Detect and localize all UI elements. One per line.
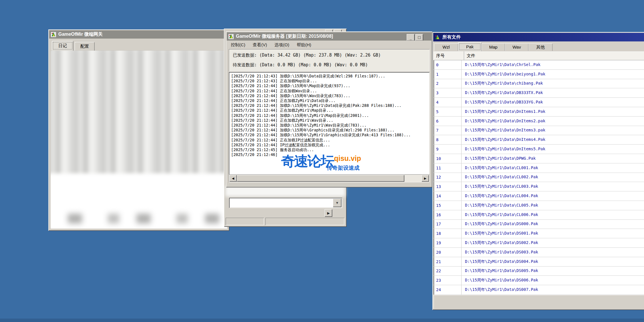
file-table: 序号 文件 0D:\15周年\ZyMir1\Data\ChrSel.Pak1D:… xyxy=(434,51,644,295)
tab-config[interactable]: 配置 xyxy=(75,42,95,51)
table-row[interactable]: 0D:\15周年\ZyMir1\Data\ChrSel.Pak xyxy=(434,60,644,70)
column-header-file[interactable]: 文件 xyxy=(464,51,644,60)
row-file-path: D:\15周年\ZyMir1\Data\DS006.Pak xyxy=(462,278,538,283)
app-icon xyxy=(51,32,56,37)
table-row[interactable]: 14D:\15周年\ZyMir1\Data\CL004.Pak xyxy=(434,191,644,201)
minimize-button[interactable]: _ xyxy=(407,34,415,41)
table-row[interactable]: 22D:\15周年\ZyMir1\Data\DS005.Pak xyxy=(434,267,644,276)
app-icon xyxy=(435,34,440,40)
pending-data-stat: 待发送数据: (Data: 0.0 MB) (Map: 0.0 MB) (Wav… xyxy=(233,62,368,68)
files-titlebar[interactable]: 所有文件 xyxy=(433,33,644,41)
row-index: 1 xyxy=(434,70,462,79)
table-row[interactable]: 24D:\15周年\ZyMir1\Data\DS007.Pak xyxy=(434,285,644,295)
status-cell-right xyxy=(265,218,344,225)
files-window: 所有文件 Wzl Pak Map Wav 其他 序号 文件 0D:\15周年\Z… xyxy=(432,32,644,310)
menubar: 控制(C) 查看(V) 选项(O) 帮助(H) xyxy=(227,41,431,49)
table-row[interactable]: 7D:\15周年\ZyMir1\Data\DnItems3.pak xyxy=(434,126,644,135)
column-header-index[interactable]: 序号 xyxy=(434,51,464,60)
tab-map[interactable]: Map xyxy=(482,43,505,51)
row-file-path: D:\15周年\ZyMir1\Data\DB333YG.Pak xyxy=(462,100,543,105)
log-line: [2025/7/20 21:12:44] 正在加载Wav目录... xyxy=(231,89,430,93)
row-index: 21 xyxy=(434,257,462,266)
row-index: 22 xyxy=(434,267,462,276)
row-index: 13 xyxy=(434,182,462,191)
menu-control[interactable]: 控制(C) xyxy=(227,41,249,48)
tab-wzl[interactable]: Wzl xyxy=(434,43,458,51)
table-row[interactable]: 23D:\15周年\ZyMir1\Data\DS006.Pak xyxy=(434,276,644,285)
log-line: [2025/7/20 21:12:44] 正在加载IP过滤配置信息... xyxy=(231,138,430,143)
table-header: 序号 文件 xyxy=(434,51,644,60)
log-line: [2025/7/20 21:12:44] 加载D:\15周年\ZyMir1\Ma… xyxy=(231,113,430,118)
menu-options[interactable]: 选项(O) xyxy=(271,41,293,48)
table-row[interactable]: 2D:\15周年\ZyMir1\Data\chibang.Pak xyxy=(434,79,644,89)
table-row[interactable]: 21D:\15周年\ZyMir1\Data\DS004.Pak xyxy=(434,257,644,267)
forward-arrow-button[interactable]: ▶ xyxy=(325,209,332,217)
table-row[interactable]: 6D:\15周年\ZyMir1\Data\DnItems2.pak xyxy=(434,117,644,126)
row-index: 12 xyxy=(434,173,462,182)
server-log: [2025/7/20 21:12:43] 加载D:\15周年\Data目录完成(… xyxy=(229,72,430,175)
tab-diary[interactable]: 日记 xyxy=(52,41,73,51)
table-row[interactable]: 9D:\15周年\ZyMir1\Data\DnItems5.Pak xyxy=(434,145,644,154)
files-window-footer xyxy=(434,295,644,309)
traffic-stats-panel: 已发送数据: (Data: 34.42 GB) (Map: 237.8 MB) … xyxy=(229,49,430,71)
row-index: 15 xyxy=(434,201,462,210)
table-row[interactable]: 11D:\15周年\ZyMir1\Data\CL001.Pak xyxy=(434,163,644,173)
table-row[interactable]: 20D:\15周年\ZyMir1\Data\DS003.Pak xyxy=(434,248,644,257)
row-file-path: D:\15周年\ZyMir1\Data\DnItems3.pak xyxy=(462,128,545,133)
table-row[interactable]: 10D:\15周年\ZyMir1\Data\DPWG.Pak xyxy=(434,154,644,163)
log-line: [2025/7/20 21:12:44] IP过滤配置信息加载完成... xyxy=(231,143,430,147)
table-row[interactable]: 17D:\15周年\ZyMir1\Data\DS000.Pak xyxy=(434,220,644,229)
row-file-path: D:\15周年\ZyMir1\Data\CL003.Pak xyxy=(462,184,538,189)
row-index: 11 xyxy=(434,163,462,173)
log-line: [2025/7/20 21:12:44] 加载D:\15周年\ZyMir1\Da… xyxy=(231,103,430,108)
row-index: 4 xyxy=(434,98,462,107)
scrollbar-thumb[interactable] xyxy=(237,175,404,182)
row-file-path: D:\15周年\ZyMir1\Data\CL006.Pak xyxy=(462,212,538,217)
log-horizontal-scrollbar[interactable]: ◀ ▶ xyxy=(229,174,430,182)
row-index: 19 xyxy=(434,238,462,247)
row-file-path: D:\15周年\ZyMir1\Data\ChrSel.Pak xyxy=(462,62,540,67)
row-file-path: D:\15周年\ZyMir1\Data\CL004.Pak xyxy=(462,193,538,199)
blurred-log-content xyxy=(51,51,227,176)
row-index: 18 xyxy=(434,229,462,238)
menu-view[interactable]: 查看(V) xyxy=(249,41,271,48)
row-index: 6 xyxy=(434,117,462,126)
tab-other[interactable]: 其他 xyxy=(528,43,552,51)
table-row[interactable]: 4D:\15周年\ZyMir1\Data\DB333YG.Pak xyxy=(434,98,644,107)
row-index: 5 xyxy=(434,107,462,116)
table-row[interactable]: 12D:\15周年\ZyMir1\Data\CL002.Pak xyxy=(434,173,644,182)
row-index: 2 xyxy=(434,79,462,88)
row-file-path: D:\15周年\ZyMir1\Data\DS005.Pak xyxy=(462,268,538,273)
scroll-left-icon[interactable]: ◀ xyxy=(229,175,237,182)
table-row[interactable]: 16D:\15周年\ZyMir1\Data\CL006.Pak xyxy=(434,210,644,220)
table-row[interactable]: 1D:\15周年\ZyMir1\Data\beiyong1.Pak xyxy=(434,70,644,79)
table-row[interactable]: 15D:\15周年\ZyMir1\Data\CL005.Pak xyxy=(434,201,644,210)
row-index: 8 xyxy=(434,135,462,144)
table-row[interactable]: 3D:\15周年\ZyMir1\Data\DB333TX.Pak xyxy=(434,88,644,98)
row-file-path: D:\15周年\ZyMir1\Data\DS002.Pak xyxy=(462,240,538,245)
desktop: GameOfMir 微端网关 日记 配置 ▼ ▶ xyxy=(0,0,644,322)
table-row[interactable]: 19D:\15周年\ZyMir1\Data\DS002.Pak xyxy=(434,238,644,248)
row-file-path: D:\15周年\ZyMir1\Data\DB333TX.Pak xyxy=(462,90,543,95)
gateway-titlebar[interactable]: GameOfMir 微端网关 xyxy=(49,30,228,39)
table-row[interactable]: 5D:\15周年\ZyMir1\Data\DnItems1.Pak xyxy=(434,107,644,117)
table-row[interactable]: 8D:\15周年\ZyMir1\Data\DnItems4.Pak xyxy=(434,135,644,145)
menu-help[interactable]: 帮助(H) xyxy=(293,41,315,48)
scroll-right-icon[interactable]: ▶ xyxy=(422,175,429,182)
server-title: GameOfMir 微端服务器 [更新日期: 2015/08/08] xyxy=(236,33,333,39)
files-title: 所有文件 xyxy=(442,34,461,40)
log-line: [2025/7/20 21:12:44] 加载D:\15周年\Graphics目… xyxy=(231,128,430,133)
maximize-button[interactable]: □ xyxy=(415,34,423,41)
row-file-path: D:\15周年\ZyMir1\Data\DS000.Pak xyxy=(462,221,538,227)
server-titlebar[interactable]: GameOfMir 微端服务器 [更新日期: 2015/08/08] _ □ xyxy=(227,32,432,41)
chevron-down-icon[interactable]: ▼ xyxy=(333,199,341,207)
row-file-path: D:\15周年\ZyMir1\Data\chibang.Pak xyxy=(462,81,543,86)
tab-pak[interactable]: Pak xyxy=(458,42,482,51)
background-combobox[interactable]: ▼ xyxy=(229,198,342,208)
log-line: [2025/7/20 21:12:44] 加载D:\15周年\Map目录完成(9… xyxy=(231,83,430,88)
table-row[interactable]: 13D:\15周年\ZyMir1\Data\CL003.Pak xyxy=(434,182,644,191)
tab-wav[interactable]: Wav xyxy=(505,43,528,51)
table-row[interactable]: 18D:\15周年\ZyMir1\Data\DS001.Pak xyxy=(434,229,644,238)
row-file-path: D:\15周年\ZyMir1\Data\DnItems4.Pak xyxy=(462,137,545,142)
row-index: 3 xyxy=(434,88,462,97)
